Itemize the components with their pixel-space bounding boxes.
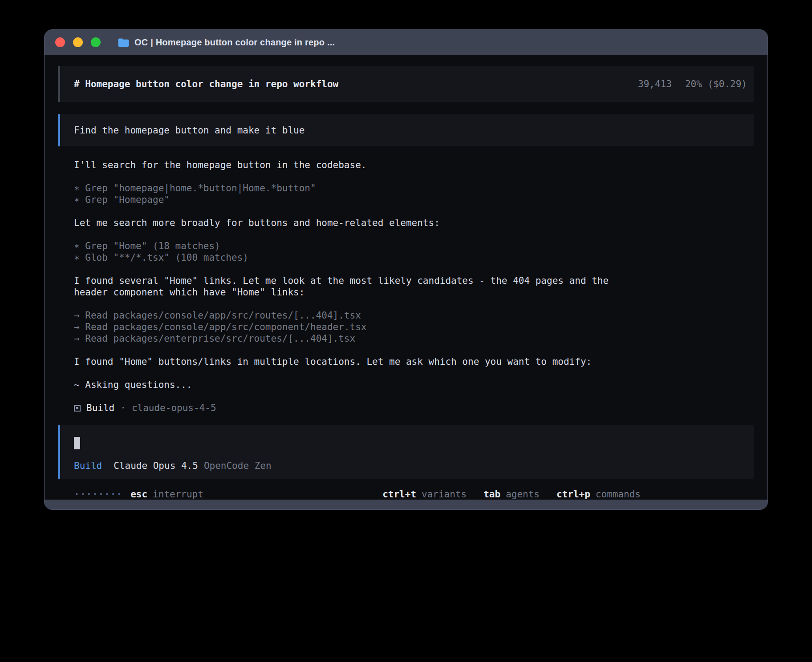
agent-mode[interactable]: Build [74,460,102,472]
commands-label: commands [596,488,641,500]
traffic-lights [55,37,101,47]
input-status-line: Build Claude Opus 4.5 OpenCode Zen [74,460,742,472]
model-provider: OpenCode Zen [204,460,272,472]
task-separator: · [120,402,126,414]
conversation: I'll search for the homepage button in t… [58,159,754,414]
terminal-window: OC | Homepage button color change in rep… [44,29,768,510]
tool-call-read: → Read packages/enterprise/src/routes/[.… [74,333,639,344]
esc-label: interrupt [153,488,203,500]
commands-key: ctrl+p [556,488,590,500]
tool-call-glob: ∗ Glob "**/*.tsx" (100 matches) [74,252,639,263]
task-badge: Build · claude-opus-4-5 [74,402,639,414]
tool-call-read: → Read packages/console/app/src/routes/[… [74,310,639,321]
task-label: Build [86,402,114,414]
variants-label: variants [422,488,467,500]
context-cost: 20% ($0.29) [685,78,747,90]
shortcut-variants: ctrl+t variants [382,488,467,500]
folder-icon [118,38,130,47]
shortcut-interrupt: esc interrupt [130,488,203,500]
user-message: Find the homepage button and make it blu… [58,114,754,146]
session-title: # Homepage button color change in repo w… [74,78,338,90]
titlebar[interactable]: OC | Homepage button color change in rep… [45,30,767,55]
shortcut-agents: tab agents [483,488,540,500]
tool-call-group: ∗ Grep "Home" (18 matches) ∗ Glob "**/*.… [74,240,639,263]
assistant-text: I found several "Home" links. Let me loo… [74,275,639,298]
variants-key: ctrl+t [382,488,416,500]
window-title: OC | Homepage button color change in rep… [134,37,335,48]
spinner-dots: ········ [74,488,122,500]
session-header: # Homepage button color change in repo w… [58,66,754,102]
task-icon [74,405,81,412]
token-count: 39,413 [638,78,672,90]
status-bar: ········ esc interrupt ctrl+t variants t… [58,488,754,500]
zoom-button[interactable] [91,37,101,47]
terminal-content: # Homepage button color change in repo w… [45,55,767,500]
shortcut-commands: ctrl+p commands [556,488,641,500]
user-message-text: Find the homepage button and make it blu… [74,125,304,136]
agents-label: agents [506,488,540,500]
close-button[interactable] [55,37,65,47]
assistant-text: I found "Home" buttons/links in multiple… [74,356,639,367]
session-stats: 39,413 20% ($0.29) [638,78,747,90]
tool-call-group: → Read packages/console/app/src/routes/[… [74,310,639,344]
assistant-text: I'll search for the homepage button in t… [74,159,639,171]
assistant-status: ~ Asking questions... [74,379,639,391]
minimize-button[interactable] [73,37,83,47]
task-model: claude-opus-4-5 [132,402,216,414]
agents-key: tab [483,488,500,500]
prompt-input[interactable]: Build Claude Opus 4.5 OpenCode Zen [58,425,754,479]
tool-call-read: → Read packages/console/app/src/componen… [74,321,639,333]
tool-call-grep: ∗ Grep "homepage|home.*button|Home.*butt… [74,182,639,194]
model-name: Claude Opus 4.5 [114,460,198,472]
text-cursor [74,437,80,449]
assistant-text: Let me search more broadly for buttons a… [74,217,639,229]
esc-key: esc [130,488,147,500]
tool-call-grep: ∗ Grep "Home" (18 matches) [74,240,639,252]
tool-call-group: ∗ Grep "homepage|home.*button|Home.*butt… [74,182,639,206]
tool-call-grep: ∗ Grep "Homepage" [74,194,639,206]
